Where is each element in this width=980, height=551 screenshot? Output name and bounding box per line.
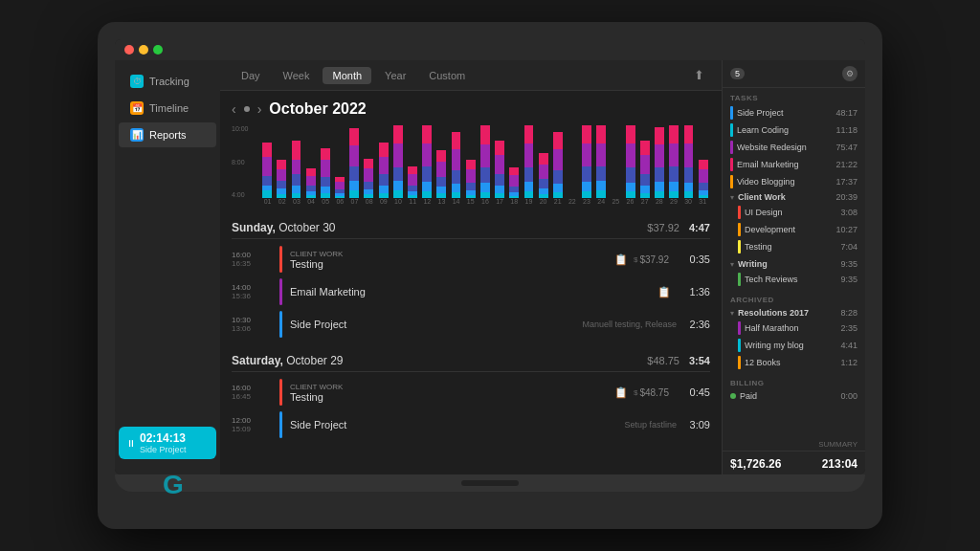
time-start: 16:00	[232, 384, 279, 392]
archived-group-header: ▾ Resolutions 2017 8:28	[723, 306, 865, 320]
chart-bar-group	[566, 125, 579, 198]
subtask-row: UI Design 3:08	[723, 204, 865, 221]
next-month-button[interactable]: ›	[257, 101, 262, 117]
bar-segment	[422, 143, 432, 166]
entry-amount: $37.92	[639, 254, 669, 265]
laptop-screen: ⏱ Tracking 📅 Timeline 📊 Reports ⏸ 02:14:…	[115, 39, 865, 474]
subtask-time: 10:27	[835, 225, 858, 234]
task-row: Video Blogging 17:37	[723, 173, 865, 190]
tab-day[interactable]: Day	[232, 67, 270, 84]
day-amount: $37.92	[647, 222, 679, 233]
sidebar-item-reports[interactable]: 📊 Reports	[119, 122, 216, 147]
archived-subtask-name: Half Marathon	[745, 323, 836, 333]
bar-segment	[436, 177, 446, 187]
right-panel: 5 ⚙ TASKS Side Project 48:17 Learn Codin…	[722, 60, 865, 474]
bar-segment	[582, 166, 591, 182]
bar-segment	[466, 169, 476, 183]
bar-segment	[582, 125, 591, 143]
chart-bar-group	[275, 125, 288, 198]
bar-segment	[262, 176, 272, 186]
x-label: 14	[453, 198, 460, 211]
y-label-bot: 4:00	[232, 191, 260, 198]
chart-bar-group	[681, 125, 695, 198]
bar-segment	[379, 174, 389, 186]
time-end: 16:45	[232, 392, 279, 401]
subtask-time: 3:08	[840, 208, 858, 217]
sidebar-item-tracking[interactable]: ⏱ Tracking	[119, 69, 216, 94]
sidebar-tracking-label: Tracking	[149, 76, 189, 87]
bar-segment	[436, 187, 446, 193]
chart-bar-group	[319, 125, 332, 198]
close-button[interactable]	[124, 45, 134, 55]
group-header: ▾ Client Work 20:39	[723, 190, 865, 204]
bar-segment	[321, 160, 330, 177]
tab-year[interactable]: Year	[375, 67, 415, 84]
bar-segment	[699, 183, 708, 190]
tab-week[interactable]: Week	[274, 67, 320, 84]
settings-button[interactable]: ⚙	[842, 66, 858, 81]
bar-segment	[640, 174, 650, 186]
laptop-notch	[461, 480, 519, 486]
bar-segment	[277, 160, 286, 169]
time-start: 12:00	[232, 416, 279, 425]
chart-bar-group	[464, 125, 478, 198]
x-label: 26	[627, 198, 635, 211]
bar-segment	[582, 143, 591, 166]
task-row: Email Marketing 21:22	[723, 156, 865, 173]
share-button[interactable]: ⬆	[687, 64, 710, 87]
task-name: Email Marketing	[737, 160, 832, 169]
bar-segment	[452, 170, 461, 184]
chart-bar-group	[624, 125, 637, 198]
tab-month[interactable]: Month	[323, 67, 371, 84]
sidebar-item-timeline[interactable]: 📅 Timeline	[119, 96, 216, 121]
task-time: 11:18	[835, 125, 858, 135]
bar-segment	[684, 125, 694, 143]
tab-custom[interactable]: Custom	[419, 67, 475, 84]
bar-segment	[524, 167, 534, 183]
chart-bar-group	[391, 125, 405, 198]
bar-segment	[509, 167, 519, 175]
bar-segment	[553, 149, 563, 170]
bar-segment	[553, 132, 563, 149]
subtask-row: Testing 7:04	[723, 238, 865, 255]
entry-time: 10:30 13:06	[232, 316, 279, 333]
entry-time: 16:00 16:45	[232, 384, 279, 401]
chart-bars	[260, 125, 710, 198]
prev-month-button[interactable]: ‹	[232, 101, 236, 117]
billing-name: Paid	[740, 391, 836, 401]
chart-bar-group	[449, 125, 462, 198]
chart-bar-group	[551, 125, 565, 198]
minimize-button[interactable]	[139, 45, 148, 55]
y-label-mid: 8:00	[232, 159, 260, 165]
tasks-section-label: TASKS	[723, 88, 865, 104]
dollar-sign: $	[634, 388, 637, 397]
group-name: Writing	[738, 259, 836, 269]
x-label: 10	[394, 198, 402, 211]
subtask-time: 9:35	[840, 275, 858, 284]
bar-segment	[509, 175, 519, 187]
entry-duration: 2:36	[677, 319, 710, 330]
day-amount: $48.75	[647, 355, 679, 366]
x-label: 29	[670, 198, 678, 211]
billing-row: Paid 0:00	[723, 389, 865, 403]
bar-segment	[408, 166, 417, 174]
bar-segment	[495, 155, 504, 174]
traffic-lights	[124, 45, 163, 55]
bar-segment	[699, 160, 708, 169]
content-area[interactable]: ‹ › October 2022 10:00 8:00 4:00 010	[220, 91, 722, 474]
x-label: 19	[524, 198, 532, 211]
entry-color-bar	[279, 379, 282, 406]
maximize-button[interactable]	[153, 45, 163, 55]
timer-badge[interactable]: ⏸ 02:14:13 Side Project	[119, 427, 216, 459]
chart-container: 10:00 8:00 4:00 010203040506070809101112…	[232, 125, 710, 211]
subtask-color-bar	[738, 223, 741, 236]
chart-bar-group	[638, 125, 652, 198]
subtask-name: Testing	[745, 242, 836, 252]
subtask-time: 7:04	[840, 242, 858, 252]
y-label-top: 10:00	[232, 125, 260, 132]
laptop-frame: ⏱ Tracking 📅 Timeline 📊 Reports ⏸ 02:14:…	[98, 22, 882, 529]
entry-row: 10:30 13:06 Side Project Manuell testing…	[232, 308, 710, 341]
entry-duration: 0:45	[677, 386, 710, 398]
x-label: 03	[293, 198, 301, 211]
archived-section-label: ARCHIVED	[723, 290, 865, 306]
